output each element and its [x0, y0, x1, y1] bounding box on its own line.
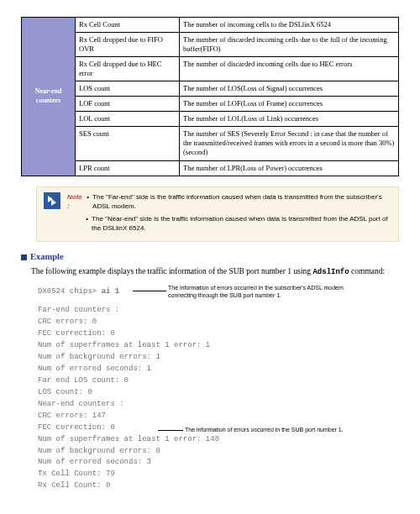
table-group-label: Near-end counters: [22, 18, 76, 176]
terminal-line: Far-end counters :: [38, 305, 399, 317]
row-name: LOL count: [76, 112, 180, 127]
row-name: LOS count: [76, 81, 180, 97]
row-name: Rx Cell dropped due to HEC error: [76, 57, 180, 81]
terminal-line: Num of background errors: 0: [38, 446, 399, 458]
note-item: The "Far-end" side is the traffic inform…: [92, 192, 391, 211]
row-desc: The number of LOF(Loss of Frame) occurre…: [180, 97, 399, 112]
terminal-line: Num of background errors: 1: [38, 352, 399, 364]
callout-near-end: The information of errors occurred in th…: [185, 427, 395, 434]
square-bullet-icon: [21, 254, 27, 260]
example-intro: The following example displays the traff…: [31, 266, 399, 278]
command-name: AdslInfo: [312, 268, 349, 276]
example-heading: Example: [21, 252, 399, 261]
note-item: The "Near-end" side is the traffic infor…: [92, 214, 391, 233]
row-desc: The number of SES (Severely Error Second…: [180, 127, 399, 160]
row-desc: The number of LOS(Loss of Signal) occurr…: [180, 81, 399, 97]
terminal-line: Num of superframes at least 1 error: 148: [38, 434, 399, 446]
note-box: Note : • The "Far-end" side is the traff…: [36, 186, 399, 243]
terminal-input: ai 1: [102, 287, 120, 296]
row-desc: The number of discarded incoming cells d…: [180, 57, 399, 81]
note-icon: [44, 192, 60, 209]
terminal-output: The information of errors occurred in th…: [38, 286, 399, 492]
terminal-line: Far end LOS count: 0: [38, 375, 399, 387]
terminal-line: CRC errors: 147: [38, 411, 399, 422]
terminal-line: Rx Cell Count: 0: [38, 480, 399, 492]
terminal-line: Num of superframes at least 1 error: 1: [38, 340, 399, 352]
row-name: Rx Cell Count: [76, 18, 180, 33]
row-name: LOF count: [76, 97, 180, 112]
note-label: Note :: [67, 192, 84, 211]
terminal-line: FEC correction: 0: [38, 328, 399, 340]
bullet-dot: •: [86, 214, 88, 233]
bullet-dot: •: [87, 192, 89, 211]
row-desc: The number of LOL(Loss of Link) occurren…: [180, 112, 399, 127]
terminal-line: LOS count: 0: [38, 387, 399, 399]
row-desc: The number of incoming cells to the DSLl…: [180, 18, 399, 33]
row-desc: The number of LPR(Loss of Power) occurre…: [180, 160, 399, 176]
near-end-counters-table: Near-end counters Rx Cell Count The numb…: [21, 17, 399, 176]
callout-far-end: The information of errors occurred in th…: [168, 285, 378, 300]
terminal-line: Num of errored seconds: 3: [38, 457, 399, 469]
row-desc: The number of discarded incoming cells d…: [180, 33, 399, 57]
terminal-line: Near-end counters :: [38, 399, 399, 411]
terminal-line: Tx Cell Count: 79: [38, 469, 399, 480]
row-name: Rx Cell dropped due to FIFO OVR: [76, 33, 180, 57]
terminal-line: CRC errors: 0: [38, 317, 399, 328]
row-name: LPR count: [76, 160, 180, 176]
row-name: SES count: [76, 127, 180, 160]
terminal-line: Num of errored seconds: 1: [38, 364, 399, 375]
